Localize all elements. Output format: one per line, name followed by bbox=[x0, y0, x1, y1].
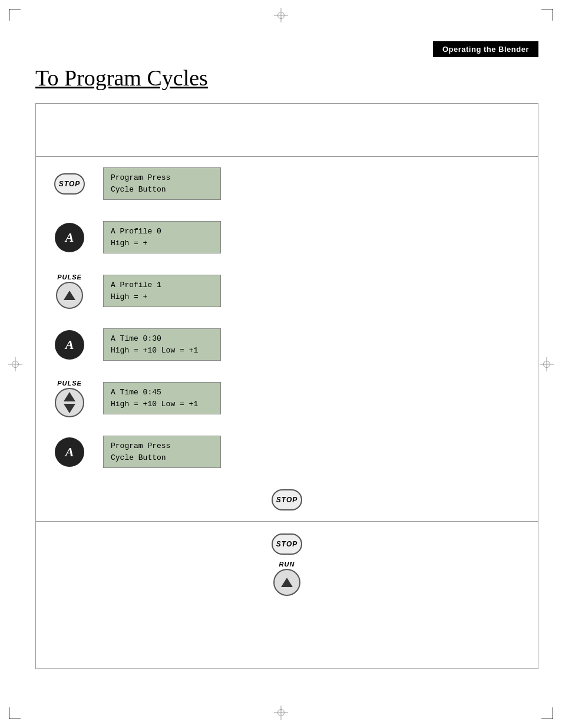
a-button-icon-6: A bbox=[54, 436, 85, 468]
display-line2-1: Cycle Button bbox=[111, 184, 213, 196]
pulse-up-btn-3: PULSE bbox=[56, 274, 83, 309]
triangle-down-5 bbox=[64, 404, 75, 413]
display-line2-4: High = +10 Low = +1 bbox=[111, 345, 213, 357]
run-triangle-up bbox=[281, 578, 293, 587]
display-line1-3: A Profile 1 bbox=[111, 279, 213, 291]
run-btn-bottom: RUN bbox=[273, 561, 300, 596]
display-screen-6: Program Press Cycle Button bbox=[103, 436, 221, 468]
a-button-icon-4: A bbox=[54, 329, 85, 361]
a-btn-4: A bbox=[55, 330, 84, 360]
stop-button-icon-1: STOP bbox=[54, 168, 85, 200]
display-screen-3: A Profile 1 High = + bbox=[103, 275, 221, 307]
step-row-3: PULSE A Profile 1 High = + bbox=[48, 264, 526, 318]
display-line1-6: Program Press bbox=[111, 440, 213, 452]
display-line1-2: A Profile 0 bbox=[111, 226, 213, 238]
corner-tr bbox=[541, 9, 553, 21]
pulse-up-icon-3: PULSE bbox=[54, 275, 85, 307]
stop-label-bottom: STOP bbox=[276, 540, 297, 548]
crosshair-top bbox=[277, 12, 285, 19]
stop-btn-1: STOP bbox=[54, 173, 85, 195]
triangle-up-5 bbox=[64, 392, 75, 401]
bottom-section: STOP RUN bbox=[36, 522, 538, 608]
a-btn-2: A bbox=[55, 223, 84, 252]
crosshair-bottom bbox=[277, 709, 285, 716]
pulse-updown-icon-5: PULSE bbox=[54, 383, 85, 414]
step-row-1: STOP Program Press Cycle Button bbox=[48, 157, 526, 210]
display-line1-4: A Time 0:30 bbox=[111, 333, 213, 345]
run-circle-bottom bbox=[273, 569, 300, 596]
display-screen-2: A Profile 0 High = + bbox=[103, 221, 221, 253]
stop-label-1: STOP bbox=[59, 180, 80, 188]
run-label-bottom: RUN bbox=[279, 561, 295, 568]
pulse-label-3: PULSE bbox=[57, 274, 82, 281]
pulse-label-5: PULSE bbox=[57, 380, 82, 387]
display-screen-1: Program Press Cycle Button bbox=[103, 167, 221, 200]
stop-btn-7: STOP bbox=[272, 489, 302, 510]
corner-bl bbox=[9, 707, 21, 719]
pulse-updown-btn-5: PULSE bbox=[55, 380, 84, 417]
corner-br bbox=[541, 707, 553, 719]
a-btn-6: A bbox=[55, 437, 84, 467]
display-line2-5: High = +10 Low = +1 bbox=[111, 398, 213, 410]
crosshair-right bbox=[543, 361, 550, 368]
display-line2-6: Cycle Button bbox=[111, 452, 213, 464]
header-title: Operating the Blender bbox=[442, 45, 529, 54]
a-button-icon-2: A bbox=[54, 222, 85, 253]
corner-tl bbox=[9, 9, 21, 21]
step-row-4: A A Time 0:30 High = +10 Low = +1 bbox=[48, 318, 526, 371]
stop-btn-bottom: STOP bbox=[272, 533, 302, 555]
step-row-5: PULSE A Time 0:45 High = +10 Low = +1 bbox=[48, 371, 526, 425]
stop-label-7: STOP bbox=[276, 496, 297, 504]
crosshair-left bbox=[12, 361, 19, 368]
step-row-7: STOP bbox=[48, 479, 526, 521]
display-line2-3: High = + bbox=[111, 291, 213, 303]
display-screen-4: A Time 0:30 High = +10 Low = +1 bbox=[103, 328, 221, 361]
display-screen-5: A Time 0:45 High = +10 Low = +1 bbox=[103, 382, 221, 414]
pulse-updown-circle-5 bbox=[55, 388, 84, 417]
step-row-2: A A Profile 0 High = + bbox=[48, 210, 526, 264]
main-box: STOP Program Press Cycle Button A A Prof… bbox=[35, 103, 538, 669]
steps-area: STOP Program Press Cycle Button A A Prof… bbox=[36, 157, 538, 521]
step-row-6: A Program Press Cycle Button bbox=[48, 425, 526, 479]
header-bar: Operating the Blender bbox=[433, 41, 538, 57]
display-line1-5: A Time 0:45 bbox=[111, 387, 213, 398]
top-spacer bbox=[36, 104, 538, 157]
display-line2-2: High = + bbox=[111, 238, 213, 249]
page-title: To Program Cycles bbox=[35, 65, 208, 91]
pulse-circle-3 bbox=[56, 282, 83, 309]
triangle-up-3 bbox=[64, 291, 75, 300]
display-line1-1: Program Press bbox=[111, 172, 213, 184]
